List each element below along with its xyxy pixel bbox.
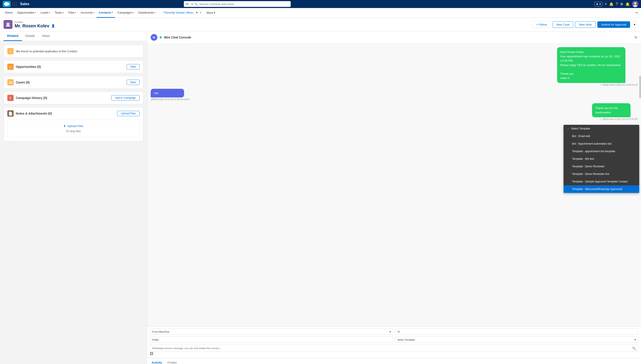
bottom-tabs: Activity Chatter <box>147 358 641 364</box>
notes-card: 📄 Notes & Attachments (0) Upload Files ⬆… <box>4 107 143 141</box>
apps-grid-icon[interactable] <box>12 2 17 6</box>
campaign-icon: 🎯 <box>7 95 14 101</box>
user-avatar[interactable] <box>632 1 638 7</box>
template-item-0[interactable]: ✓ Select Template <box>564 125 639 132</box>
message-3: Thank you for the confirmation ✓✓[Bot]:r… <box>592 103 638 120</box>
nav-item-files[interactable]: Files▾ <box>66 8 78 18</box>
actions-dropdown-button[interactable]: ▾ <box>632 21 638 28</box>
nav-item-dashboards[interactable]: Dashboards▾ <box>136 8 158 18</box>
template-item-1[interactable]: Bot : Email edit <box>564 132 639 140</box>
follow-button[interactable]: + Follow <box>532 21 551 28</box>
tab-details[interactable]: Details <box>22 31 39 41</box>
message-3-bubble: Thank you for the confirmation <box>592 103 630 117</box>
chat-input-row: From:ValueText ▾ To <box>150 328 638 335</box>
search-scope[interactable]: All <box>186 2 190 6</box>
new-case-button[interactable]: New Case <box>553 21 574 28</box>
opportunities-title: 👑 Opportunities (0) <box>7 64 41 70</box>
upload-files-button[interactable]: Upload Files <box>117 111 140 116</box>
notification-icon[interactable]: 🔔 <box>626 2 630 6</box>
message-1-bubble: Dear Rosen Kolev, Your appointment has s… <box>557 47 626 83</box>
template-dropdown-menu[interactable]: ✓ Select Template Bot : Email edit Bot :… <box>564 125 639 193</box>
select-checkmark-icon: ✓ <box>567 127 569 130</box>
setup-icon[interactable]: ⚙ <box>620 2 623 6</box>
new-note-button[interactable]: New Note <box>575 21 595 28</box>
duplicate-notice-card: ⚠ We found no potential duplicates of th… <box>4 45 143 58</box>
notes-header: 📄 Notes & Attachments (0) Upload Files <box>4 107 143 120</box>
follow-plus-icon: + <box>536 23 538 26</box>
assistant-icon[interactable]: 🔔 <box>609 2 614 6</box>
template-item-7[interactable]: Template : Sample Approved Template Cont… <box>564 178 639 185</box>
template-item-3[interactable]: Template : appointment bot template <box>564 148 639 155</box>
chat-input-area: From:ValueText ▾ To Public Select Templa… <box>147 326 641 358</box>
star-icon[interactable]: ★ ▾ <box>594 2 602 6</box>
nav-item-contacts[interactable]: Contacts▾ <box>96 8 115 18</box>
message-2-text: Yes <box>154 92 158 95</box>
refresh-icon[interactable]: ↻ <box>634 36 638 40</box>
salesforce-logo[interactable] <box>3 1 11 7</box>
template-item-6[interactable]: Template : Demo Reminder live <box>564 170 639 178</box>
template-item-4[interactable]: Template : Bot test <box>564 155 639 163</box>
record-identity: Contact Mr. Rosen Kolev 👤 <box>4 20 55 29</box>
search-input[interactable] <box>199 2 289 6</box>
nav-item-home[interactable]: Home <box>3 8 15 18</box>
search-contact-icon[interactable]: 🔍 <box>632 346 636 350</box>
cases-new-button[interactable]: New <box>127 80 140 85</box>
global-search-bar[interactable]: All ▾ 🔍 <box>184 1 291 7</box>
message-2-bubble: Yes <box>151 89 184 98</box>
template-item-5[interactable]: Template : Demo Reminder <box>564 163 639 170</box>
message-3-text: Thank you for the confirmation <box>595 106 618 114</box>
nav-item-accounts[interactable]: Accounts▾ <box>78 8 96 18</box>
submit-approval-button[interactable]: Submit for Approval <box>598 21 630 28</box>
chat-session-field[interactable]: WhatsApp session message, you can only i… <box>150 345 638 352</box>
svg-point-4 <box>7 23 9 25</box>
related-tabs: Related Details News <box>0 31 147 41</box>
to-select[interactable]: To <box>395 328 638 335</box>
nav-item-opportunities[interactable]: Opportunities▾ <box>15 8 38 18</box>
template-item-8[interactable]: Template : Welcome(WhatsApp Approved) <box>564 185 639 193</box>
image-icon[interactable]: 🖼 <box>150 352 153 356</box>
session-text: WhatsApp session message, you can only i… <box>152 347 222 350</box>
campaign-header: 🎯 Campaign History (0) Add to Campaign <box>4 92 143 104</box>
nav-items: Home Opportunities▾ Leads▾ Tasks▾ Files▾… <box>3 8 158 18</box>
record-type-label: Contact <box>15 21 55 23</box>
record-actions: + Follow New Case New Note Submit for Ap… <box>532 21 638 28</box>
campaign-title: 🎯 Campaign History (0) <box>7 95 47 101</box>
cases-header: 🗂 Cases (0) New <box>4 76 143 88</box>
bottom-tab-chatter[interactable]: Chatter <box>166 358 178 364</box>
select-template-label: Select Template <box>398 338 415 341</box>
nav-item-leads[interactable]: Leads▾ <box>38 8 52 18</box>
public-select[interactable]: Public <box>150 337 393 343</box>
from-select[interactable]: From:ValueText ▾ <box>150 328 393 335</box>
nav-item-tasks[interactable]: Tasks▾ <box>52 8 66 18</box>
opportunities-new-button[interactable]: New <box>127 64 140 70</box>
template-item-2[interactable]: Bot : Appointment automation bot <box>564 140 639 148</box>
tab-related[interactable]: Related <box>4 31 22 41</box>
notes-icon: 📄 <box>7 110 14 116</box>
nav-recent-tab[interactable]: * Recently Viewed | Mess... ▾ ✕ <box>160 8 204 18</box>
chat-header: M Mini Chat Console ↻ <box>147 31 641 44</box>
chat-bottom-row: 🖼 <box>150 352 638 356</box>
add-to-campaign-button[interactable]: Add to Campaign <box>111 95 140 100</box>
message-2: Yes 🔗[Bot]:2022-Jul-13 02:41:58 at:rosen… <box>151 89 190 101</box>
upload-arrow-icon: ⬆ <box>64 124 66 128</box>
chat-scrollbar[interactable] <box>639 76 641 98</box>
app-name: Sales <box>20 2 30 6</box>
add-icon[interactable]: + <box>605 2 607 6</box>
cases-card: 🗂 Cases (0) New <box>4 76 143 89</box>
nav-edit-icon[interactable]: ✏ <box>636 11 638 15</box>
nav-more[interactable]: More▾ <box>205 11 217 14</box>
from-chevron-icon: ▾ <box>390 330 391 333</box>
duplicate-icon: ⚠ <box>7 48 14 54</box>
navigation-bar: Home Opportunities▾ Leads▾ Tasks▾ Files▾… <box>0 8 641 18</box>
tab-news[interactable]: News <box>38 31 54 41</box>
nav-item-campaigns[interactable]: Campaigns▾ <box>115 8 136 18</box>
help-icon[interactable]: ? <box>616 2 618 6</box>
duplicate-notice-text: We found no potential duplicates of this… <box>16 50 78 53</box>
record-person-icon: 👤 <box>51 24 55 28</box>
template-select[interactable]: Select Template ▾ <box>395 337 638 343</box>
close-tab-icon[interactable]: ✕ <box>200 11 202 14</box>
upload-files-inner-button[interactable]: ⬆ Upload Files <box>12 124 135 128</box>
message-3-meta: ✓✓[Bot]:rosen k,2022-Jul-13 02:42:08 <box>592 118 638 120</box>
bottom-tab-activity[interactable]: Activity <box>151 358 163 364</box>
utility-bar: Sales All ▾ 🔍 ★ ▾ + 🔔 ? ⚙ 🔔 <box>0 0 641 8</box>
